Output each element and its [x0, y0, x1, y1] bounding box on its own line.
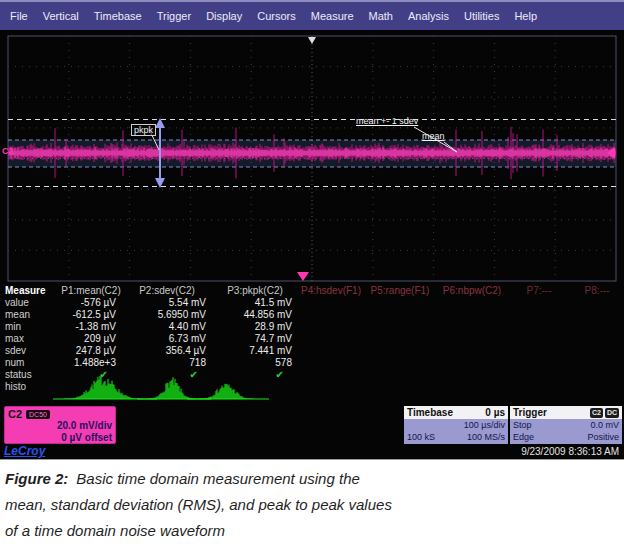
pkpk-annotation: pkpk — [131, 124, 156, 136]
figure-caption: Figure 2:Basic time domain measurement u… — [5, 466, 615, 544]
sdev-cell — [570, 345, 624, 357]
measure-row-value: value-576 µV5.54 mV41.5 mV — [0, 297, 624, 309]
param-header: P5:range(F1) — [364, 285, 436, 297]
datetime-display: 9/23/2009 8:36:13 AM — [521, 446, 619, 457]
mean-cell — [364, 309, 436, 321]
param-header: P2:sdev(C2) — [122, 285, 212, 297]
status-check — [364, 369, 436, 381]
value-cell: -576 µV — [60, 297, 122, 309]
caption-line2: mean, standard deviation (RMS), and peak… — [5, 496, 392, 513]
sdev-cell: 356.4 µV — [122, 345, 212, 357]
trigger-source-badge: C2 — [590, 408, 603, 418]
sdev-cell — [436, 345, 508, 357]
min-cell — [436, 321, 508, 333]
num-cell: 578 — [212, 357, 298, 369]
num-cell: 718 — [122, 357, 212, 369]
trigger-level: 0.0 mV — [590, 419, 619, 431]
trigger-panel[interactable]: Trigger C2 DC Stop 0.0 mV Edge Positive — [510, 406, 622, 444]
row-label: num — [0, 357, 60, 369]
min-cell — [570, 321, 624, 333]
min-cell — [364, 321, 436, 333]
sdev-cell — [508, 345, 570, 357]
channel-offset: 0 µV offset — [8, 432, 112, 444]
param-header: P3:pkpk(C2) — [212, 285, 298, 297]
param-header: P7:--- — [508, 285, 570, 297]
oscilloscope-screen: FileVerticalTimebaseTriggerDisplayCursor… — [0, 0, 624, 460]
status-check: ✔ — [122, 369, 212, 381]
mean-cell — [436, 309, 508, 321]
caption-line3: of a time domain noise waveform — [5, 522, 225, 539]
timebase-rate: 100 MS/s — [467, 431, 505, 443]
min-cell: 28.9 mV — [212, 321, 298, 333]
row-label: max — [0, 333, 60, 345]
timebase-samples: 100 kS — [407, 431, 435, 443]
param-header: P1:mean(C2) — [60, 285, 122, 297]
status-check — [436, 369, 508, 381]
mean-cell: 5.6950 mV — [122, 309, 212, 321]
sdev-cell: 247.8 µV — [60, 345, 122, 357]
measure-row-histo: histo — [0, 381, 624, 393]
min-cell: -1.38 mV — [60, 321, 122, 333]
row-label: status — [0, 369, 60, 381]
row-label: histo — [0, 381, 60, 393]
num-cell — [570, 357, 624, 369]
param-header: P6:nbpw(C2) — [436, 285, 508, 297]
status-check — [298, 369, 364, 381]
value-cell — [570, 297, 624, 309]
sdev-cell — [298, 345, 364, 357]
mean-cell — [298, 309, 364, 321]
channel-zero-marker: C2 — [2, 146, 14, 156]
mean-sdev-annotation: mean +- 1 sdev — [356, 116, 418, 126]
num-cell — [298, 357, 364, 369]
mean-annotation: mean — [422, 131, 445, 141]
measure-header-row: MeasureP1:mean(C2)P2:sdev(C2)P3:pkpk(C2)… — [0, 285, 624, 297]
status-check: ✔ — [212, 369, 298, 381]
measure-row-num: num1.488e+3718578 — [0, 357, 624, 369]
timebase-position: 0 µs — [485, 407, 505, 418]
value-cell: 41.5 mV — [212, 297, 298, 309]
timebase-title: Timebase — [407, 407, 453, 418]
num-cell — [508, 357, 570, 369]
value-cell — [436, 297, 508, 309]
mean-cell: -612.5 µV — [60, 309, 122, 321]
timebase-panel[interactable]: Timebase 0 µs 100 µs/div 100 kS 100 MS/s — [404, 406, 508, 444]
max-cell: 74.7 mV — [212, 333, 298, 345]
mean-cell — [570, 309, 624, 321]
trigger-slope: Positive — [587, 431, 619, 443]
param-header: P4:hsdev(F1) — [298, 285, 364, 297]
coupling-badge: DC50 — [26, 410, 50, 419]
sdev-cell — [364, 345, 436, 357]
measure-row-min: min-1.38 mV4.40 mV28.9 mV — [0, 321, 624, 333]
value-cell: 5.54 mV — [122, 297, 212, 309]
channel-scale: 20.0 mV/div — [8, 420, 112, 432]
max-cell — [298, 333, 364, 345]
row-label: sdev — [0, 345, 60, 357]
channel-name: C2 — [8, 408, 22, 420]
row-label: min — [0, 321, 60, 333]
row-label: mean — [0, 309, 60, 321]
max-cell: 6.73 mV — [122, 333, 212, 345]
trigger-type: Edge — [513, 431, 534, 443]
trigger-title: Trigger — [513, 407, 547, 418]
num-cell — [436, 357, 508, 369]
measure-table: MeasureP1:mean(C2)P2:sdev(C2)P3:pkpk(C2)… — [0, 285, 624, 393]
figure-label: Figure 2: — [5, 470, 68, 487]
measure-title: Measure — [0, 285, 60, 297]
sdev-cell: 7.441 mV — [212, 345, 298, 357]
min-cell: 4.40 mV — [122, 321, 212, 333]
status-check: ✔ — [60, 369, 122, 381]
mean-cell — [508, 309, 570, 321]
value-cell — [508, 297, 570, 309]
max-cell — [364, 333, 436, 345]
channel-c2-descriptor[interactable]: C2 DC50 20.0 mV/div 0 µV offset — [4, 406, 116, 444]
status-check — [508, 369, 570, 381]
measure-row-max: max209 µV6.73 mV74.7 mV — [0, 333, 624, 345]
num-cell — [364, 357, 436, 369]
measure-row-status: status✔✔✔ — [0, 369, 624, 381]
min-cell — [298, 321, 364, 333]
num-cell: 1.488e+3 — [60, 357, 122, 369]
param-header: P8:--- — [570, 285, 624, 297]
status-check — [570, 369, 624, 381]
mean-cell: 44.856 mV — [212, 309, 298, 321]
value-cell — [298, 297, 364, 309]
